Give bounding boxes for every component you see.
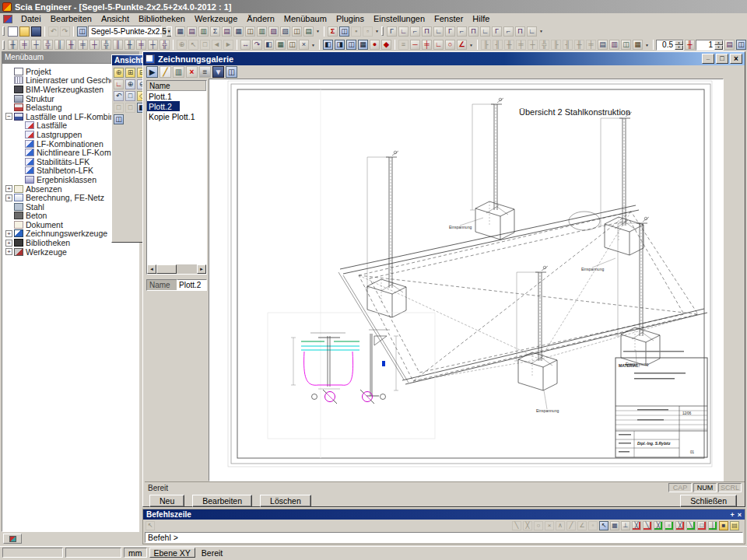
shell-icon[interactable]: ⌐: [503, 26, 514, 37]
new-icon[interactable]: [8, 26, 18, 37]
dimension-tool-icon[interactable]: ╢: [563, 40, 573, 50]
note-icon[interactable]: ▦: [633, 40, 643, 50]
snap-tangent-icon[interactable]: ∠: [577, 521, 587, 530]
drawing-preview[interactable]: Übersicht 2 StahlkonstruktionEinspannung…: [209, 79, 724, 481]
minimize-icon[interactable]: [702, 54, 714, 64]
expand-icon[interactable]: +: [5, 240, 12, 247]
calc-icon[interactable]: Σ: [328, 26, 338, 37]
document-icon[interactable]: [3, 15, 12, 23]
list-icon[interactable]: ≡: [398, 40, 409, 50]
toolbar-grip[interactable]: [2, 26, 5, 36]
save-icon[interactable]: [31, 26, 41, 37]
undo-icon[interactable]: ↶: [48, 26, 58, 37]
model-tool-icon[interactable]: ╫: [124, 40, 135, 50]
horizontal-scrollbar[interactable]: [147, 264, 206, 274]
chevron-down-icon[interactable]: [310, 40, 317, 50]
render-icon[interactable]: ◆: [381, 40, 391, 50]
export-icon[interactable]: ▼: [212, 66, 224, 78]
goto-drawing-icon[interactable]: ▶: [146, 66, 158, 78]
hatch-icon[interactable]: ╪: [422, 40, 432, 50]
snap-point-icon[interactable]: ╳: [632, 521, 641, 530]
delete-drawing-icon[interactable]: ×: [186, 66, 198, 78]
dimension-tool-icon[interactable]: ╪: [516, 40, 526, 50]
snap-dot-icon[interactable]: ▫: [665, 521, 674, 530]
snap-edge-icon[interactable]: ╲: [686, 521, 696, 530]
snap-grid-icon[interactable]: ╳: [654, 521, 663, 530]
title-bar[interactable]: Scia Engineer - [Segel-5-Punkte-2x2.5+2x…: [0, 0, 747, 13]
plate-icon[interactable]: Π: [422, 26, 432, 37]
window-icon[interactable]: ◨: [335, 40, 345, 50]
project-combo[interactable]: Segel-5-Punkte-2x2.5: [88, 26, 162, 37]
array-icon[interactable]: ▦: [275, 40, 286, 50]
model-tool-icon[interactable]: ╫: [8, 40, 18, 50]
list-header[interactable]: Name: [147, 81, 206, 91]
prev-icon[interactable]: ◄: [212, 40, 222, 50]
delete-button[interactable]: Löschen: [260, 495, 311, 507]
dimension-tool-icon[interactable]: ╟: [551, 40, 561, 50]
frame-icon[interactable]: ◫: [245, 26, 255, 37]
rotate-icon[interactable]: ↷: [252, 40, 262, 50]
pointer-icon[interactable]: ↖: [146, 521, 155, 530]
column-icon[interactable]: ⌐: [410, 26, 420, 37]
zoom-window-icon[interactable]: ⊞: [125, 68, 135, 78]
text-icon[interactable]: ▤: [598, 40, 608, 50]
camera-icon[interactable]: ◫: [292, 26, 302, 37]
cascade-icon[interactable]: ◫: [346, 40, 356, 50]
window-icon[interactable]: ◧: [323, 40, 333, 50]
model-tool-icon[interactable]: ┼: [148, 40, 158, 50]
workplane-icon[interactable]: ■: [719, 521, 728, 530]
snap-line-icon[interactable]: ╲: [643, 521, 652, 530]
list-item[interactable]: Plott.1: [147, 91, 206, 101]
zoom-in-icon[interactable]: ⊕: [125, 79, 135, 89]
expand-icon[interactable]: +: [5, 230, 12, 237]
new-button[interactable]: Neu: [149, 495, 184, 507]
ortho-icon[interactable]: ⊥: [621, 521, 630, 530]
edit-button[interactable]: Bearbeiten: [192, 495, 252, 507]
menu-ansicht[interactable]: Ansicht: [96, 14, 134, 23]
model-tool-icon[interactable]: ║: [113, 40, 123, 50]
label-icon[interactable]: ▥: [609, 40, 619, 50]
preview-icon[interactable]: ◫: [226, 66, 237, 78]
menu-einstellungen[interactable]: Einstellungen: [369, 14, 430, 23]
layer-icon[interactable]: ▤: [724, 40, 735, 50]
menu-hilfe[interactable]: Hilfe: [468, 14, 494, 23]
unit-cell[interactable]: mm: [124, 548, 147, 558]
cursor-snap-icon[interactable]: ↖: [599, 521, 608, 530]
menu-plugins[interactable]: Plugins: [331, 14, 369, 23]
menu-menuebaum[interactable]: Menübaum: [279, 14, 331, 23]
snap-mark-icon[interactable]: ╳: [675, 521, 685, 530]
trim-icon[interactable]: ×: [299, 40, 309, 50]
expand-icon[interactable]: +: [5, 248, 12, 255]
scale-icon[interactable]: ◫: [287, 40, 297, 50]
render-icon[interactable]: ▨: [268, 26, 279, 37]
node-icon[interactable]: Γ: [387, 26, 397, 37]
model-tool-icon[interactable]: ┼: [89, 40, 100, 50]
tile-icon[interactable]: ▦: [358, 40, 368, 50]
command-input[interactable]: Befehl >: [145, 532, 743, 543]
close-icon[interactable]: ×: [738, 511, 742, 519]
model-tool-icon[interactable]: ║: [54, 40, 65, 50]
dimension-tool-icon[interactable]: ╫: [574, 40, 584, 50]
menu-aendern[interactable]: Ändern: [242, 14, 279, 23]
surface-icon[interactable]: Γ: [492, 26, 502, 37]
sum-icon[interactable]: Σ: [210, 26, 220, 37]
menu-fenster[interactable]: Fenster: [430, 14, 468, 23]
factor-spinner[interactable]: 1 ▲▼: [696, 40, 724, 51]
window-next-icon[interactable]: □: [125, 103, 135, 113]
next-icon[interactable]: ►: [223, 40, 233, 50]
view-icon[interactable]: ●: [370, 40, 380, 50]
layers-icon[interactable]: ▤: [187, 26, 197, 37]
lasso-icon[interactable]: □: [200, 40, 210, 50]
open-icon[interactable]: [19, 26, 30, 37]
model-tool-icon[interactable]: ╪: [78, 40, 88, 50]
model-tool-icon[interactable]: ╫: [66, 40, 76, 50]
chevron-down-icon[interactable]: [162, 26, 169, 37]
menu-bibliotheken[interactable]: Bibliotheken: [134, 14, 190, 23]
scene-icon[interactable]: ▧: [280, 26, 290, 37]
menu-datei[interactable]: Datei: [16, 14, 46, 23]
chevron-down-icon[interactable]: [314, 26, 321, 37]
mirror-icon[interactable]: ◧: [264, 40, 274, 50]
connect-icon[interactable]: ╫: [685, 40, 695, 50]
pin-icon[interactable]: +: [730, 511, 734, 519]
info-icon[interactable]: ▫: [363, 26, 373, 37]
